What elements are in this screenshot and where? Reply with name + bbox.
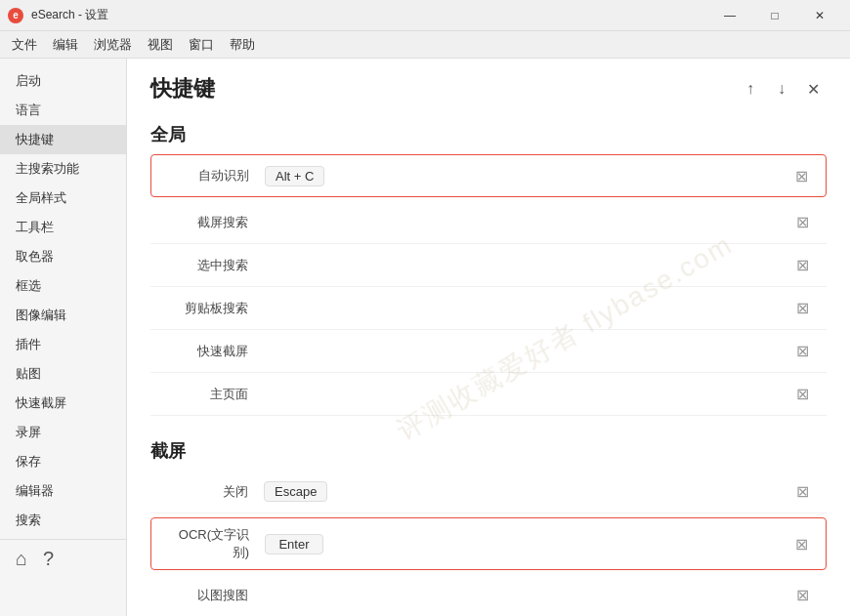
delete-icon-0-4[interactable]: ⊠ (790, 340, 815, 362)
menu-item-帮助[interactable]: 帮助 (222, 34, 263, 56)
shortcut-label-0-5: 主页面 (162, 386, 260, 403)
shortcut-label-0-0: 自动识别 (163, 167, 261, 185)
sidebar-item-12[interactable]: 录屏 (0, 418, 126, 447)
shortcut-label-0-2: 选中搜索 (162, 257, 260, 274)
delete-icon-1-0[interactable]: ⊠ (790, 480, 815, 503)
shortcut-key-area-0-0: Alt + C (261, 166, 789, 186)
panel-close-button[interactable]: ✕ (799, 75, 827, 103)
sidebar-item-13[interactable]: 保存 (0, 447, 126, 476)
sidebar-item-11[interactable]: 快速截屏 (0, 389, 126, 418)
section-1: 截屏关闭Escape⊠OCR(文字识别)Enter⊠以图搜图⊠ (127, 428, 850, 616)
panel-title: 快捷键 (150, 74, 215, 103)
section-title-1: 截屏 (150, 439, 827, 463)
sidebar-item-2[interactable]: 快捷键 (0, 125, 126, 154)
shortcut-row-0-5[interactable]: 主页面⊠ (150, 373, 827, 416)
menu-item-文件[interactable]: 文件 (4, 34, 45, 56)
sidebar-item-4[interactable]: 全局样式 (0, 184, 126, 213)
shortcut-row-0-4[interactable]: 快速截屏⊠ (150, 330, 827, 373)
scroll-down-button[interactable]: ↓ (768, 75, 795, 103)
title-bar: e eSearch - 设置 — □ ✕ (0, 0, 850, 31)
sidebar-item-14[interactable]: 编辑器 (0, 476, 126, 506)
sidebar-item-0[interactable]: 启动 (0, 66, 126, 96)
shortcut-row-1-2[interactable]: 以图搜图⊠ (150, 574, 827, 616)
panel-header: 快捷键 ↑ ↓ ✕ (127, 59, 850, 111)
menu-item-编辑[interactable]: 编辑 (45, 34, 86, 56)
shortcut-row-1-1[interactable]: OCR(文字识别)Enter⊠ (150, 517, 827, 570)
minimize-button[interactable]: — (707, 0, 752, 31)
shortcut-label-0-4: 快速截屏 (162, 343, 260, 360)
key-badge-1-1[interactable]: Enter (265, 534, 323, 554)
delete-icon-0-1[interactable]: ⊠ (790, 211, 815, 233)
sidebar-footer: ⌂ ? (0, 539, 126, 578)
shortcut-key-area-1-1: Enter (261, 534, 789, 554)
shortcut-row-0-0[interactable]: 自动识别Alt + C⊠ (150, 154, 827, 197)
delete-icon-0-5[interactable]: ⊠ (790, 383, 815, 405)
menu-item-浏览器[interactable]: 浏览器 (86, 34, 140, 56)
app-icon: e (8, 8, 23, 23)
sidebar-item-15[interactable]: 搜索 (0, 506, 126, 535)
sidebar-item-5[interactable]: 工具栏 (0, 213, 126, 242)
sidebar: 启动语言快捷键主搜索功能全局样式工具栏取色器框选图像编辑插件贴图快速截屏录屏保存… (0, 59, 127, 616)
close-button[interactable]: ✕ (797, 0, 842, 31)
sidebar-item-1[interactable]: 语言 (0, 96, 126, 125)
section-title-0: 全局 (150, 123, 827, 146)
key-badge-1-0[interactable]: Escape (264, 481, 327, 502)
delete-icon-0-3[interactable]: ⊠ (790, 297, 815, 319)
help-icon[interactable]: ? (43, 548, 54, 570)
delete-icon-0-2[interactable]: ⊠ (790, 254, 815, 276)
menu-item-视图[interactable]: 视图 (140, 34, 181, 56)
delete-icon-1-2[interactable]: ⊠ (790, 584, 815, 606)
shortcut-label-0-1: 截屏搜索 (162, 214, 260, 231)
sidebar-item-9[interactable]: 插件 (0, 330, 126, 359)
sections-container: 全局自动识别Alt + C⊠截屏搜索⊠选中搜索⊠剪贴板搜索⊠快速截屏⊠主页面⊠截… (127, 111, 850, 616)
sidebar-item-8[interactable]: 图像编辑 (0, 301, 126, 330)
section-0: 全局自动识别Alt + C⊠截屏搜索⊠选中搜索⊠剪贴板搜索⊠快速截屏⊠主页面⊠ (127, 111, 850, 416)
shortcut-label-1-1: OCR(文字识别) (163, 526, 261, 561)
sidebar-item-6[interactable]: 取色器 (0, 242, 126, 271)
window-controls: — □ ✕ (707, 0, 842, 31)
key-badge-0-0[interactable]: Alt + C (265, 166, 324, 186)
home-icon[interactable]: ⌂ (16, 548, 27, 570)
shortcut-label-1-0: 关闭 (162, 483, 260, 501)
shortcut-row-0-2[interactable]: 选中搜索⊠ (150, 244, 827, 287)
shortcut-label-1-2: 以图搜图 (162, 587, 260, 604)
main-content: 启动语言快捷键主搜索功能全局样式工具栏取色器框选图像编辑插件贴图快速截屏录屏保存… (0, 59, 850, 616)
sidebar-item-3[interactable]: 主搜索功能 (0, 154, 126, 184)
menu-bar: 文件编辑浏览器视图窗口帮助 (0, 31, 850, 59)
delete-icon-1-1[interactable]: ⊠ (789, 533, 814, 555)
header-controls: ↑ ↓ ✕ (737, 75, 827, 103)
maximize-button[interactable]: □ (752, 0, 797, 31)
shortcut-row-0-3[interactable]: 剪贴板搜索⊠ (150, 287, 827, 330)
right-panel: 评测收藏爱好者 flybase.com 快捷键 ↑ ↓ ✕ 全局自动识别Alt … (127, 59, 850, 616)
sidebar-item-10[interactable]: 贴图 (0, 359, 126, 389)
sidebar-item-7[interactable]: 框选 (0, 271, 126, 301)
shortcut-row-1-0[interactable]: 关闭Escape⊠ (150, 471, 827, 513)
shortcut-key-area-1-0: Escape (260, 481, 790, 502)
shortcut-row-0-1[interactable]: 截屏搜索⊠ (150, 201, 827, 244)
menu-item-窗口[interactable]: 窗口 (181, 34, 222, 56)
delete-icon-0-0[interactable]: ⊠ (789, 165, 814, 187)
scroll-up-button[interactable]: ↑ (737, 75, 764, 103)
window-title: eSearch - 设置 (31, 7, 707, 23)
shortcut-label-0-3: 剪贴板搜索 (162, 300, 260, 317)
